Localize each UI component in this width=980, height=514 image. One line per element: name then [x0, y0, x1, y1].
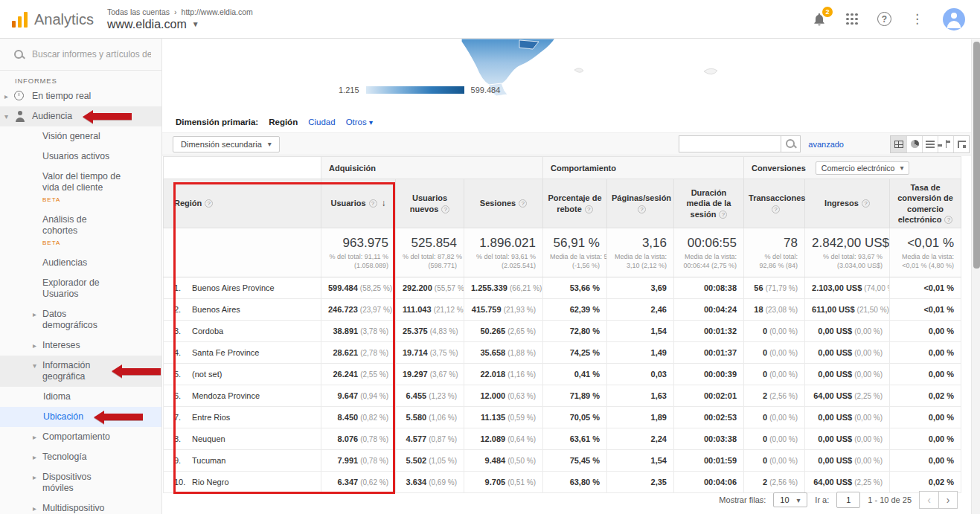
rows-per-page-select[interactable]: 10 ▾ — [773, 492, 807, 507]
sidebar-item-idioma[interactable]: Idioma — [0, 387, 161, 407]
table-row[interactable]: 3.Cordoba38.891 (3,78 %)25.375 (4,83 %)5… — [164, 321, 961, 342]
sidebar-item-ubicaci-n[interactable]: Ubicación — [0, 407, 161, 427]
summary-cell: 3,16Media de la vista:3,10 (2,12 %) — [607, 228, 674, 277]
help-icon[interactable]: ? — [719, 211, 727, 219]
table-row[interactable]: 8.Neuquen8.076 (0,78 %)4.577 (0,87 %)12.… — [164, 428, 961, 450]
metric-cell: 25.375 (4,83 %) — [396, 321, 464, 342]
comparison-view-button[interactable] — [938, 136, 953, 152]
sidebar-item-label: Datos demográficos — [42, 309, 121, 331]
help-icon[interactable]: ? — [877, 12, 891, 26]
ecommerce-dropdown[interactable]: Comercio electrónico ▾ — [816, 161, 910, 175]
dimension-otros[interactable]: Otros ▾ — [346, 118, 373, 126]
metric-cell: 0,02 % — [890, 385, 961, 407]
geo-map[interactable] — [408, 39, 772, 113]
sidebar-item-comportamiento[interactable]: ▸Comportamiento — [0, 427, 161, 447]
column-header-paginas-sesion[interactable]: Páginas/sesión? — [607, 179, 674, 228]
column-header-duracion[interactable]: Duración media de la sesión? — [674, 179, 744, 228]
sidebar-item-intereses[interactable]: ▸Intereses — [0, 335, 161, 356]
table-row[interactable]: 5.(not set)26.241 (2,55 %)19.297 (3,67 %… — [164, 364, 961, 385]
help-icon[interactable]: ? — [638, 205, 646, 213]
metric-cell: 00:04:24 — [674, 299, 744, 321]
region-link[interactable]: Rio Negro — [192, 478, 229, 486]
sidebar-item-datos-demogr-ficos[interactable]: ▸Datos demográficos — [0, 304, 161, 335]
region-link[interactable]: Neuquen — [192, 434, 225, 443]
table-row[interactable]: 7.Entre Rios8.450 (0,82 %)5.580 (1,06 %)… — [164, 407, 961, 428]
table-row[interactable]: 9.Tucuman7.991 (0,78 %)5.502 (1,05 %)9.4… — [164, 450, 961, 472]
row-rank: 1. — [174, 283, 192, 292]
column-header-usuarios-nuevos[interactable]: Usuarios nuevos? — [396, 179, 464, 228]
sidebar-item-informaci-n-geogr-fica[interactable]: ▾Información geográfica — [0, 356, 161, 387]
sidebar-item-multidispositivo[interactable]: ▸MultidispositivoBETA — [0, 498, 161, 514]
table-row[interactable]: 6.Mendoza Province9.647 (0,94 %)6.455 (1… — [164, 385, 961, 407]
apps-grid-icon[interactable] — [846, 13, 858, 25]
pivot-view-button[interactable] — [953, 136, 969, 152]
region-link[interactable]: Buenos Aires Province — [192, 283, 275, 292]
region-link[interactable]: Buenos Aires — [192, 305, 240, 314]
metric-cell: 7.991 (0,78 %) — [321, 450, 396, 472]
sidebar-item-an-lisis-de-cohortes[interactable]: Análisis de cohortesBETA — [0, 210, 161, 253]
column-header-transacciones[interactable]: Transacciones? — [744, 179, 805, 228]
row-rank: 5. — [174, 370, 192, 379]
sidebar-item-en-tiempo-real[interactable]: ▸En tiempo real — [0, 86, 161, 106]
help-icon[interactable]: ? — [369, 199, 377, 208]
table-row[interactable]: 2.Buenos Aires246.723 (23,97 %)111.043 (… — [164, 299, 961, 321]
help-icon[interactable]: ? — [441, 205, 449, 213]
table-search-button[interactable] — [781, 135, 801, 152]
advanced-link[interactable]: avanzado — [808, 140, 844, 149]
table-view-icon — [894, 141, 903, 148]
region-link[interactable]: Santa Fe Province — [192, 348, 260, 357]
help-icon[interactable]: ? — [519, 199, 527, 208]
table-row[interactable]: 1.Buenos Aires Province599.484 (58,25 %)… — [164, 277, 961, 299]
account-selector[interactable]: www.eldia.com ▼ — [107, 18, 253, 31]
help-icon[interactable]: ? — [944, 216, 952, 224]
dimension-ciudad[interactable]: Ciudad — [308, 118, 335, 126]
analytics-logo[interactable]: Analytics — [0, 11, 95, 28]
region-link[interactable]: (not set) — [192, 370, 222, 379]
search-input[interactable] — [32, 49, 151, 60]
region-link[interactable]: Entre Rios — [192, 413, 230, 422]
metric-cell: 62,39 % — [543, 299, 607, 321]
column-header-region[interactable]: Región? — [164, 179, 321, 228]
table-search-input[interactable] — [679, 135, 781, 152]
column-header-ingresos[interactable]: Ingresos? — [805, 179, 890, 228]
column-header-usuarios[interactable]: Usuarios?↓ — [321, 179, 396, 228]
sidebar-item-label: Ubicación — [43, 411, 83, 423]
sidebar-item-usuarios-activos[interactable]: Usuarios activos — [0, 147, 161, 167]
sidebar-item-audiencias[interactable]: Audiencias — [0, 253, 161, 273]
legend-gradient-bar — [366, 86, 464, 94]
metric-cell: 12.000 (0,63 %) — [464, 385, 543, 407]
help-icon[interactable]: ? — [772, 205, 780, 213]
avatar[interactable] — [943, 8, 965, 30]
sidebar-item-tecnolog-a[interactable]: ▸Tecnología — [0, 447, 161, 467]
scrollbar-thumb[interactable] — [973, 42, 980, 269]
sidebar-item-explorador-de-usuarios[interactable]: Explorador de Usuarios — [0, 273, 161, 304]
vertical-scrollbar[interactable] — [971, 39, 980, 514]
breadcrumb[interactable]: Todas las cuentas › http://www.eldia.com — [107, 7, 253, 16]
column-header-rebote[interactable]: Porcentaje de rebote? — [543, 179, 607, 228]
secondary-dimension-button[interactable]: Dimensión secundaria ▾ — [173, 136, 280, 152]
table-view-button[interactable] — [891, 136, 906, 152]
help-icon[interactable]: ? — [862, 199, 870, 208]
column-header-sesiones[interactable]: Sesiones? — [464, 179, 543, 228]
column-header-tasa-conversion[interactable]: Tasa de conversión de comercio electróni… — [890, 179, 961, 228]
overflow-menu-icon[interactable]: ⋮ — [911, 12, 923, 27]
next-page-button[interactable]: › — [938, 491, 958, 509]
metric-cell: 74,25 % — [543, 342, 607, 364]
region-link[interactable]: Cordoba — [192, 327, 223, 335]
dimension-region[interactable]: Región — [269, 118, 298, 126]
performance-view-button[interactable] — [922, 136, 938, 152]
goto-page-input[interactable] — [836, 492, 860, 508]
table-row[interactable]: 4.Santa Fe Province28.621 (2,78 %)19.714… — [164, 342, 961, 364]
sidebar-item-audiencia[interactable]: ▾Audiencia — [0, 106, 161, 126]
help-icon[interactable]: ? — [205, 199, 213, 208]
region-link[interactable]: Tucuman — [192, 456, 225, 465]
sidebar-item-valor-del-tiempo-de-vida-del-cliente[interactable]: Valor del tiempo de vida del clienteBETA — [0, 167, 161, 210]
prev-page-button[interactable]: ‹ — [919, 491, 938, 509]
notifications-button[interactable]: 2 — [812, 12, 827, 27]
percentage-view-button[interactable] — [906, 136, 922, 152]
sidebar-search[interactable] — [0, 39, 161, 71]
help-icon[interactable]: ? — [585, 205, 593, 213]
sidebar-item-visi-n-general[interactable]: Visión general — [0, 126, 161, 147]
sidebar-item-dispositivos-m-viles[interactable]: ▸Dispositivos móviles — [0, 467, 161, 498]
region-link[interactable]: Mendoza Province — [192, 391, 260, 400]
